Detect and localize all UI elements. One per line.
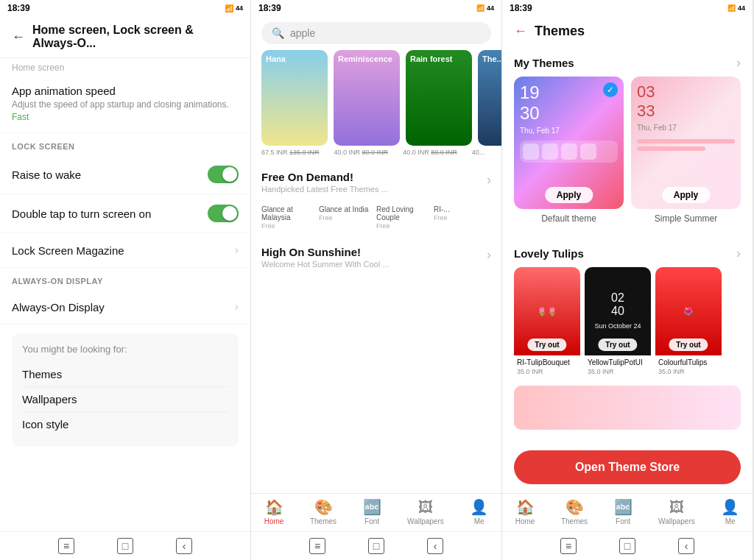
font-icon-3: 🔤 — [614, 498, 633, 516]
more-themes-preview — [514, 386, 741, 430]
suggestion-icon-style[interactable]: Icon style — [22, 412, 228, 436]
yellow-tulip-card[interactable]: 0240Sun October 24 Try out YellowTulipPo… — [585, 267, 651, 380]
sunshine-header: High On Sunshine! Welcome Hot Summer Wit… — [251, 237, 501, 272]
panel-theme-search: 18:39 📶 44 🔍 apple Hana Reminiscence Rai… — [251, 0, 502, 560]
colourful-tulips-card[interactable]: 🌺 Try out ColourfulTulips 35.0 INR — [655, 267, 722, 380]
home-hw-btn-3[interactable]: □ — [619, 538, 635, 554]
my-themes-arrow[interactable]: › — [736, 55, 741, 71]
always-on-section-label: ALWAYS-ON DISPLAY — [0, 268, 250, 290]
always-on-display-title: Always-On Display — [12, 301, 105, 313]
theme4-card[interactable]: The... — [478, 50, 501, 146]
panel3-header: ← Themes — [502, 16, 753, 46]
wallpapers-icon-2: 🖼 — [418, 499, 433, 516]
raise-to-wake-item[interactable]: Raise to wake — [0, 155, 250, 194]
double-tap-title: Double tap to turn screen on — [12, 208, 151, 220]
my-themes-header: My Themes › — [502, 46, 753, 77]
nav-font-label-2: Font — [364, 517, 379, 525]
back-button-1[interactable]: ← — [12, 29, 25, 45]
panel3-title: Themes — [535, 24, 585, 39]
home-button-1[interactable]: ≡ — [58, 538, 74, 554]
nav-themes-label-2: Themes — [310, 517, 337, 525]
nav-wallpapers-2[interactable]: 🖼 Wallpapers — [407, 499, 444, 525]
sunshine-arrow[interactable]: › — [487, 247, 491, 263]
reminiscence-card[interactable]: Reminiscence — [334, 50, 400, 146]
nav-wallpapers-label-3: Wallpapers — [658, 517, 695, 525]
tulip-bouquet-card[interactable]: 🌷🌷 Try out RI-TulipBouquet 35.0 INR — [514, 267, 580, 380]
home-hw-btn-2[interactable]: □ — [368, 538, 384, 554]
panel1-header: ← Home screen, Lock screen & Always-O... — [0, 16, 250, 58]
nav-home-2[interactable]: 🏠 Home — [264, 498, 284, 525]
nav-me-3[interactable]: 👤 Me — [721, 498, 739, 525]
yellow-tulip-price: 35.0 INR — [585, 368, 651, 380]
colourful-tulips-try-btn[interactable]: Try out — [669, 339, 708, 351]
suggestion-themes[interactable]: Themes — [22, 362, 228, 387]
ri-name: RI-...Free — [434, 205, 491, 230]
hana-card[interactable]: Hana — [261, 50, 328, 146]
signal-icon: 44 — [236, 4, 243, 12]
free-themes-row: 0930 Apply 0930 Apply 03:28 Apply 03:28 … — [251, 196, 501, 204]
tulip-bouquet-price: 35.0 INR — [514, 368, 580, 380]
app-animation-item[interactable]: App animation speed Adjust the speed of … — [0, 74, 250, 133]
lovely-tulips-header: Lovely Tulips › — [502, 237, 753, 267]
default-theme-item: 1930 Thu, Feb 17 ✓ Apply Default theme — [514, 77, 624, 228]
suggestions-label: You might be looking for: — [22, 344, 228, 355]
nav-me-2[interactable]: 👤 Me — [470, 498, 488, 525]
me-icon-3: 👤 — [721, 498, 739, 516]
simple-summer-apply-btn[interactable]: Apply — [662, 187, 710, 203]
nav-themes-label-3: Themes — [561, 517, 588, 525]
rainforest-card[interactable]: Rain forest — [406, 50, 472, 146]
default-theme-apply-btn[interactable]: Apply — [545, 187, 593, 203]
back-hw-btn-3[interactable]: ‹ — [678, 538, 694, 554]
nav-home-label-2: Home — [264, 517, 284, 525]
nav-me-label-3: Me — [725, 517, 736, 525]
lovely-tulips-arrow[interactable]: › — [736, 246, 741, 261]
nav-home-3[interactable]: 🏠 Home — [515, 498, 535, 525]
nav-font-2[interactable]: 🔤 Font — [363, 498, 381, 525]
search-input[interactable]: apple — [290, 27, 315, 39]
red-couple-name: Red Loving CoupleFree — [376, 205, 434, 230]
panel-themes-main: 18:39 📶 44 ← Themes My Themes › 1930 Thu… — [502, 0, 753, 560]
double-tap-item[interactable]: Double tap to turn screen on — [0, 194, 250, 233]
lock-screen-section-label: LOCK SCREEN — [0, 133, 250, 155]
nav-themes-3[interactable]: 🎨 Themes — [561, 498, 588, 525]
back-hw-btn-2[interactable]: ‹ — [427, 538, 443, 554]
raise-to-wake-title: Raise to wake — [12, 169, 81, 181]
open-theme-store-button[interactable]: Open Theme Store — [514, 450, 741, 484]
top-theme-row: Hana Reminiscence Rain forest The... — [251, 50, 501, 146]
tulip-bouquet-try-btn[interactable]: Try out — [527, 339, 566, 351]
breadcrumb: Home screen — [0, 58, 250, 74]
nav-themes-2[interactable]: 🎨 Themes — [310, 498, 337, 525]
lock-screen-magazine-item[interactable]: Lock Screen Magazine › — [0, 233, 250, 268]
phone-bottom-bar-1: ≡ □ ‹ — [0, 531, 250, 560]
menu-btn-2[interactable]: ≡ — [309, 538, 325, 554]
sunshine-title: High On Sunshine! — [261, 246, 389, 258]
suggestion-wallpapers[interactable]: Wallpapers — [22, 387, 228, 412]
back-button-3[interactable]: ← — [514, 24, 527, 39]
signal-icon-3: 📶 44 — [727, 4, 745, 12]
simple-summer-card[interactable]: 0333 Thu, Feb 17 Apply — [631, 77, 741, 209]
back-btn-1[interactable]: ‹ — [176, 538, 192, 554]
nav-wallpapers-3[interactable]: 🖼 Wallpapers — [658, 499, 695, 525]
nav-me-label-2: Me — [474, 517, 485, 525]
time-1: 18:39 — [7, 3, 30, 13]
home-icon-2: 🏠 — [265, 498, 283, 516]
status-bar-2: 18:39 📶 44 — [251, 0, 501, 16]
search-bar[interactable]: 🔍 apple — [261, 22, 491, 44]
menu-btn-3[interactable]: ≡ — [560, 538, 577, 554]
nav-font-3[interactable]: 🔤 Font — [614, 498, 633, 525]
malaysia-name: Glance at MalaysiaFree — [261, 205, 319, 230]
free-demand-arrow[interactable]: › — [487, 172, 491, 188]
india-name: Glance at IndiaFree — [319, 205, 376, 230]
t4-price: 40... — [472, 149, 485, 156]
my-themes-grid: 1930 Thu, Feb 17 ✓ Apply Default theme — [502, 77, 753, 237]
default-theme-card[interactable]: 1930 Thu, Feb 17 ✓ Apply — [514, 77, 624, 209]
recents-button-1[interactable]: □ — [117, 538, 133, 554]
yellow-tulip-try-btn[interactable]: Try out — [598, 339, 637, 351]
raise-to-wake-toggle[interactable] — [208, 166, 239, 183]
always-on-display-item[interactable]: Always-On Display › — [0, 290, 250, 325]
default-theme-name: Default theme — [514, 209, 624, 228]
my-themes-title: My Themes — [514, 57, 574, 69]
time-2: 18:39 — [258, 3, 281, 13]
double-tap-toggle[interactable] — [208, 205, 239, 222]
nav-home-label-3: Home — [515, 517, 535, 525]
